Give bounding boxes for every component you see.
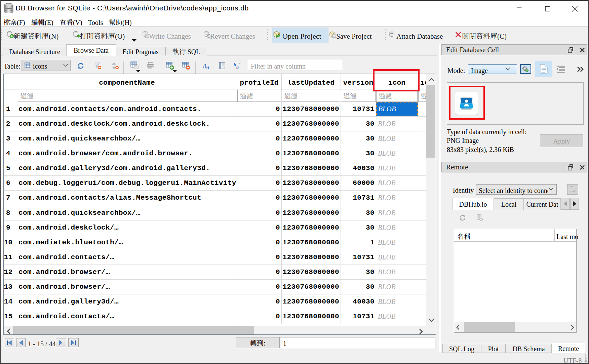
svg-text:a: a [236, 65, 239, 70]
svg-text:b: b [234, 62, 236, 67]
svg-text:A: A [206, 65, 209, 69]
